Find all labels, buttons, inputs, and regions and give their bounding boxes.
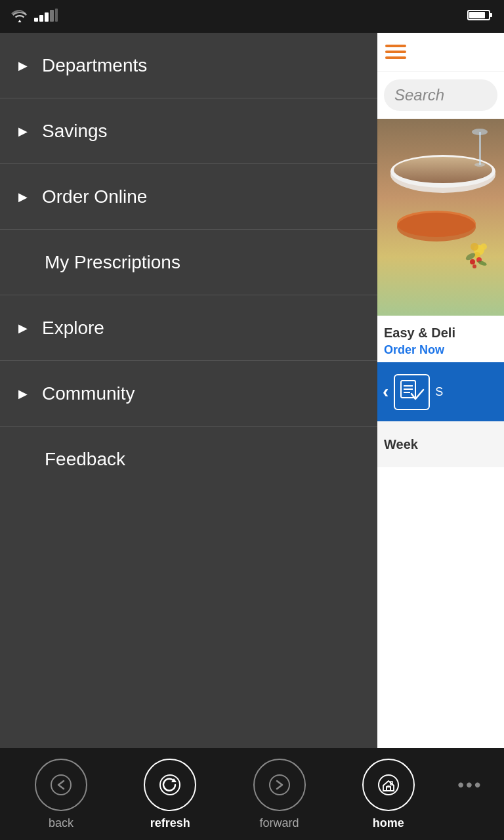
svg-point-34 [379,775,398,795]
sidebar: ▶ Departments ▶ Savings ▶ Order Online M… [0,33,377,748]
sidebar-label-order-online: Order Online [42,186,147,207]
svg-point-11 [394,157,492,183]
arrow-icon-departments: ▶ [18,58,28,73]
svg-rect-1 [39,15,43,22]
refresh-label: refresh [150,816,190,830]
sidebar-label-savings: Savings [42,121,108,142]
arrow-icon-savings: ▶ [18,124,28,138]
svg-point-16 [480,243,487,250]
food-text-section: Easy & Deli Order Now [377,316,504,362]
status-bar [0,0,504,33]
back-button-circle[interactable] [35,759,87,811]
blue-banner[interactable]: ‹ S [377,362,504,421]
svg-rect-23 [479,132,481,165]
hamburger-line-3 [385,56,406,59]
home-button-circle[interactable] [362,759,415,811]
svg-point-15 [471,243,478,251]
svg-point-33 [270,775,289,795]
sidebar-label-my-prescriptions: My Prescriptions [45,252,180,273]
arrow-icon-community: ▶ [18,387,28,401]
chevron-left-icon[interactable]: ‹ [383,381,388,402]
svg-point-20 [472,264,476,268]
arrow-icon-explore: ▶ [18,321,28,335]
right-header [377,33,504,72]
status-left-icons [10,8,58,26]
banner-checklist-icon [394,374,430,410]
home-label: home [373,816,404,830]
signal-icon [34,9,58,25]
svg-rect-4 [55,9,58,22]
weekly-label: Week [384,437,418,452]
search-bar[interactable]: Search [384,79,497,111]
svg-point-13 [397,213,476,242]
arrow-icon-order-online: ▶ [18,190,28,204]
sidebar-item-community[interactable]: ▶ Community [0,361,377,427]
food-title: Easy & Deli [384,325,497,341]
nav-home[interactable]: home [334,759,443,830]
svg-point-24 [472,129,488,135]
svg-rect-7 [469,12,485,18]
svg-point-30 [51,775,71,795]
forward-button-circle[interactable] [253,759,306,811]
refresh-button-circle[interactable] [144,759,196,811]
forward-label: forward [260,816,299,830]
white-section [377,467,504,520]
hamburger-line-1 [385,45,406,47]
bottom-nav: back refresh forward [0,748,504,840]
back-label: back [49,816,74,830]
food-svg [377,119,504,316]
svg-rect-6 [490,13,492,17]
svg-rect-2 [45,12,49,22]
sidebar-item-departments[interactable]: ▶ Departments [0,33,377,98]
more-options[interactable]: ••• [443,774,497,814]
hamburger-button[interactable] [385,45,406,59]
nav-refresh[interactable]: refresh [116,759,224,830]
svg-rect-35 [387,787,390,791]
sidebar-label-community: Community [42,383,135,404]
svg-rect-3 [50,10,54,22]
sidebar-item-explore[interactable]: ▶ Explore [0,295,377,361]
sidebar-label-feedback: Feedback [45,449,125,470]
right-panel: Search [377,33,504,748]
battery-icon [467,11,494,24]
hamburger-line-2 [385,51,406,53]
sidebar-item-my-prescriptions[interactable]: My Prescriptions [0,230,377,295]
status-right [467,9,494,25]
sidebar-item-order-online[interactable]: ▶ Order Online [0,164,377,230]
weekly-section: Week [377,421,504,467]
food-banner-image [377,119,504,316]
sidebar-item-savings[interactable]: ▶ Savings [0,98,377,164]
wifi-icon [10,8,29,26]
search-placeholder: Search [394,86,444,104]
svg-rect-0 [34,18,38,22]
svg-point-18 [470,259,475,264]
main-container: ▶ Departments ▶ Savings ▶ Order Online M… [0,33,504,748]
nav-back[interactable]: back [7,759,116,830]
banner-text: S [435,385,443,399]
svg-point-25 [474,163,485,167]
sidebar-label-departments: Departments [42,55,147,76]
sidebar-item-feedback[interactable]: Feedback [0,427,377,492]
sidebar-label-explore: Explore [42,318,104,339]
food-order-link[interactable]: Order Now [384,343,497,357]
nav-forward[interactable]: forward [224,759,333,830]
